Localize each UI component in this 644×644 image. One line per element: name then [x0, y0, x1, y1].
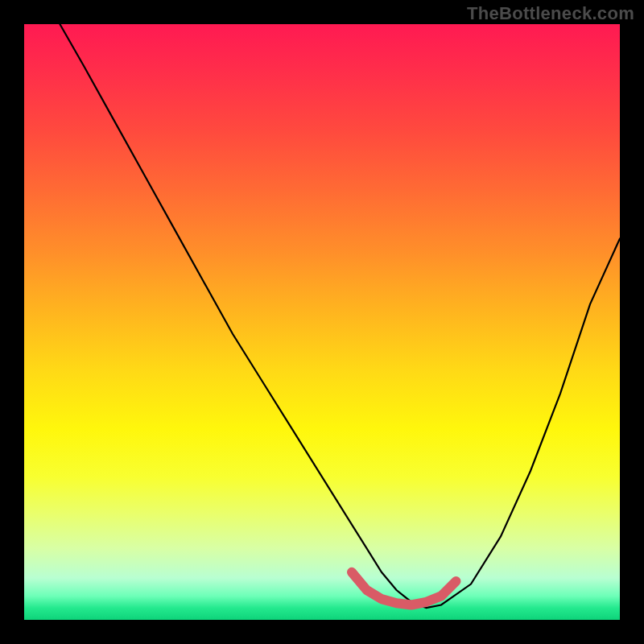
highlight-segment	[352, 572, 456, 605]
chart-frame: TheBottleneck.com	[0, 0, 644, 644]
watermark-text: TheBottleneck.com	[467, 3, 634, 24]
curve-line	[60, 24, 620, 608]
chart-svg	[24, 24, 620, 620]
plot-area	[24, 24, 620, 620]
